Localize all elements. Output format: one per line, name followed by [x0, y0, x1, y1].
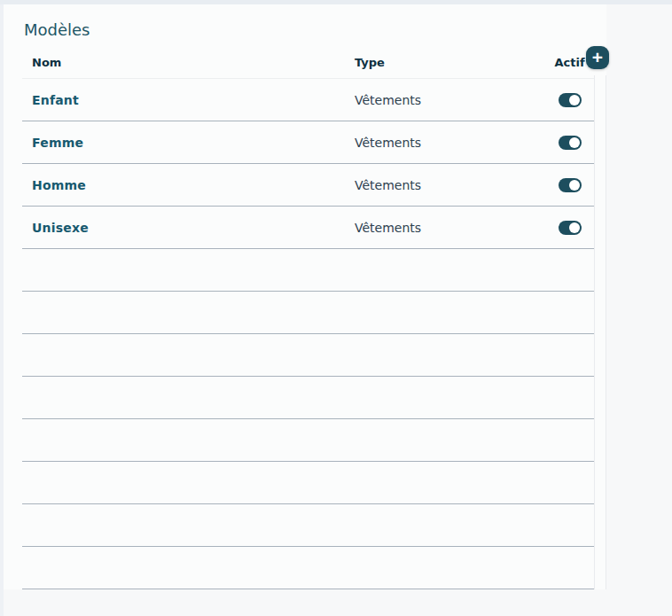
toggle-knob — [569, 137, 580, 148]
active-cell — [545, 178, 594, 192]
empty-row — [22, 547, 594, 589]
empty-row — [22, 249, 594, 292]
active-cell — [545, 136, 594, 150]
empty-row — [22, 334, 594, 377]
empty-row — [22, 292, 594, 334]
models-card: Modèles + Nom Type Actif Enfant Vêtement… — [4, 4, 606, 589]
table-row[interactable]: Femme Vêtements — [22, 121, 594, 164]
card-right-border — [606, 75, 606, 589]
active-cell — [545, 221, 594, 235]
model-type: Vêtements — [355, 221, 545, 235]
plus-icon: + — [592, 48, 603, 66]
column-header-type: Type — [355, 56, 545, 69]
model-type: Vêtements — [355, 136, 545, 150]
model-name: Homme — [22, 178, 355, 192]
models-table: Nom Type Actif Enfant Vêtements Femme Vê… — [22, 47, 594, 589]
active-toggle[interactable] — [559, 93, 582, 107]
toggle-knob — [569, 95, 580, 105]
table-header-row: Nom Type Actif — [22, 47, 594, 79]
toggle-knob — [569, 180, 580, 191]
table-row[interactable]: Unisexe Vêtements — [22, 207, 594, 249]
add-model-button[interactable]: + — [586, 46, 609, 69]
empty-row — [22, 462, 594, 504]
active-toggle[interactable] — [559, 221, 582, 235]
empty-row — [22, 504, 594, 547]
model-name: Unisexe — [22, 221, 355, 235]
toggle-knob — [569, 222, 580, 233]
active-toggle[interactable] — [559, 178, 582, 192]
table-row[interactable]: Enfant Vêtements — [22, 79, 594, 121]
active-cell — [545, 93, 594, 107]
page-title: Modèles — [24, 20, 90, 39]
model-type: Vêtements — [355, 178, 545, 192]
table-row[interactable]: Homme Vêtements — [22, 164, 594, 207]
table-right-border — [594, 75, 595, 589]
model-name: Enfant — [22, 93, 355, 107]
model-name: Femme — [22, 136, 355, 150]
empty-row — [22, 377, 594, 419]
column-header-nom: Nom — [22, 56, 355, 69]
empty-row — [22, 419, 594, 462]
active-toggle[interactable] — [559, 136, 582, 150]
model-type: Vêtements — [355, 93, 545, 107]
